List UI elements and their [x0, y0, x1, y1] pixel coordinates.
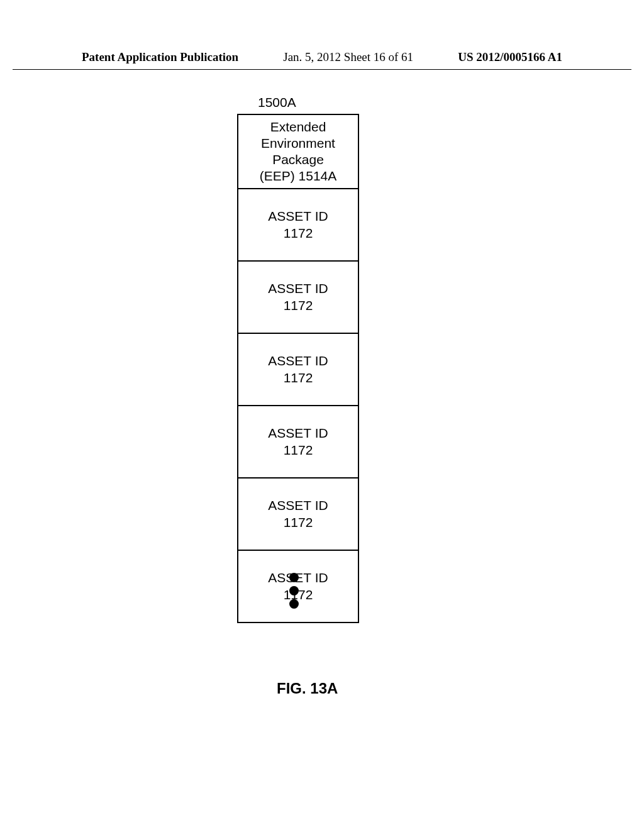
dot-icon: [289, 599, 299, 609]
asset-id-ref: 1172: [284, 297, 313, 314]
asset-id-cell: ASSET ID 1172: [238, 334, 358, 406]
asset-id-cell: ASSET ID 1172: [238, 406, 358, 479]
asset-id-ref: 1172: [284, 514, 313, 531]
eep-line3: Package: [272, 152, 324, 168]
asset-id-ref: 1172: [284, 442, 313, 458]
eep-header-cell: Extended Environment Package (EEP) 1514A: [238, 115, 358, 189]
asset-id-ref: 1172: [284, 370, 313, 386]
asset-id-cell: ASSET ID 1172: [238, 479, 358, 551]
diagram-stack: Extended Environment Package (EEP) 1514A…: [237, 114, 359, 623]
eep-line2: Environment: [261, 135, 335, 152]
header-center: Jan. 5, 2012 Sheet 16 of 61: [283, 50, 413, 64]
asset-id-label: ASSET ID: [268, 353, 328, 369]
asset-id-label: ASSET ID: [268, 280, 328, 297]
asset-id-label: ASSET ID: [268, 208, 328, 224]
header-right: US 2012/0005166 A1: [458, 50, 562, 64]
figure-label: FIG. 13A: [277, 680, 338, 697]
eep-line4: (EEP) 1514A: [260, 168, 337, 184]
dot-icon: [289, 586, 299, 595]
header-left: Patent Application Publication: [82, 50, 238, 64]
eep-line1: Extended: [270, 119, 326, 135]
page-header: Patent Application Publication Jan. 5, 2…: [13, 0, 631, 70]
dot-icon: [289, 573, 299, 582]
reference-number-top: 1500A: [258, 95, 296, 110]
asset-id-label: ASSET ID: [268, 497, 328, 514]
asset-id-cell: ASSET ID 1172: [238, 189, 358, 262]
asset-id-cell: ASSET ID 1172: [238, 262, 358, 334]
vertical-ellipsis-icon: [289, 573, 299, 609]
asset-id-ref: 1172: [284, 225, 313, 241]
asset-id-label: ASSET ID: [268, 425, 328, 441]
